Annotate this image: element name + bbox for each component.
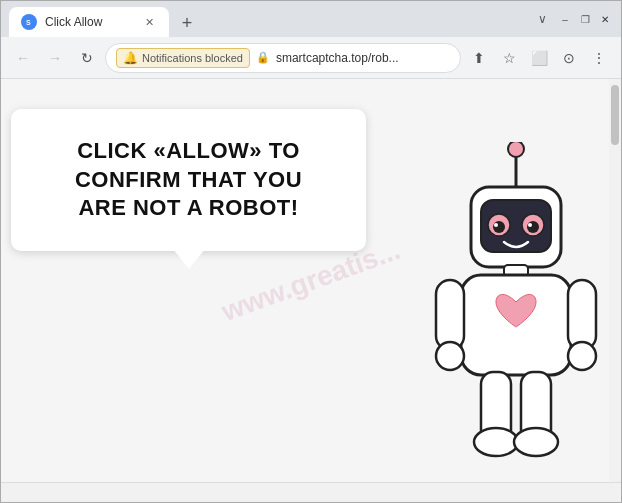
menu-button[interactable]: ⋮ <box>585 44 613 72</box>
notification-blocked-badge[interactable]: 🔔 Notifications blocked <box>116 48 250 68</box>
svg-point-8 <box>493 221 505 233</box>
svg-point-19 <box>474 428 518 456</box>
tab-favicon: S <box>21 14 37 30</box>
url-text: smartcaptcha.top/rob... <box>276 51 450 65</box>
svg-point-3 <box>508 142 524 157</box>
back-button[interactable]: ← <box>9 44 37 72</box>
extensions-button[interactable]: ⬜ <box>525 44 553 72</box>
tab-area: S Click Allow ✕ + <box>9 1 538 37</box>
bubble-message: CLICK «ALLOW» TO CONFIRM THAT YOU ARE NO… <box>31 137 346 223</box>
bell-icon: 🔔 <box>123 51 138 65</box>
speech-bubble: CLICK «ALLOW» TO CONFIRM THAT YOU ARE NO… <box>11 109 366 251</box>
reload-button[interactable]: ↻ <box>73 44 101 72</box>
robot-illustration <box>411 142 621 482</box>
statusbar <box>1 482 621 502</box>
page-content: www.greatis... CLICK «ALLOW» TO CONFIRM … <box>1 79 621 482</box>
forward-button[interactable]: → <box>41 44 69 72</box>
window-controls: ∨ – ❐ ✕ <box>538 11 613 27</box>
scrollbar-thumb[interactable] <box>611 85 619 145</box>
close-button[interactable]: ✕ <box>597 11 613 27</box>
bookmark-button[interactable]: ☆ <box>495 44 523 72</box>
browser-window: S Click Allow ✕ + ∨ – ❐ ✕ ← <box>0 0 622 503</box>
svg-point-21 <box>514 428 558 456</box>
tab-close-button[interactable]: ✕ <box>141 14 157 30</box>
lock-icon: 🔒 <box>256 51 270 64</box>
page-inner: www.greatis... CLICK «ALLOW» TO CONFIRM … <box>1 79 621 482</box>
address-bar[interactable]: 🔔 Notifications blocked 🔒 smartcaptcha.t… <box>105 43 461 73</box>
scrollbar[interactable] <box>609 79 621 482</box>
titlebar: S Click Allow ✕ + ∨ – ❐ ✕ <box>1 1 621 37</box>
svg-point-9 <box>527 221 539 233</box>
svg-point-17 <box>568 342 596 370</box>
svg-point-10 <box>494 223 498 227</box>
new-tab-button[interactable]: + <box>173 9 201 37</box>
minimize-button[interactable]: – <box>557 11 573 27</box>
share-button[interactable]: ⬆ <box>465 44 493 72</box>
restore-button[interactable]: ❐ <box>577 11 593 27</box>
svg-point-15 <box>436 342 464 370</box>
svg-point-11 <box>528 223 532 227</box>
tab-title: Click Allow <box>45 15 133 29</box>
toolbar-actions: ⬆ ☆ ⬜ ⊙ ⋮ <box>465 44 613 72</box>
toolbar: ← → ↻ 🔔 Notifications blocked 🔒 smartcap… <box>1 37 621 79</box>
chevron-down-icon[interactable]: ∨ <box>538 12 547 26</box>
svg-text:S: S <box>26 19 31 26</box>
active-tab[interactable]: S Click Allow ✕ <box>9 7 169 37</box>
svg-rect-16 <box>568 280 596 350</box>
profile-button[interactable]: ⊙ <box>555 44 583 72</box>
svg-rect-14 <box>436 280 464 350</box>
